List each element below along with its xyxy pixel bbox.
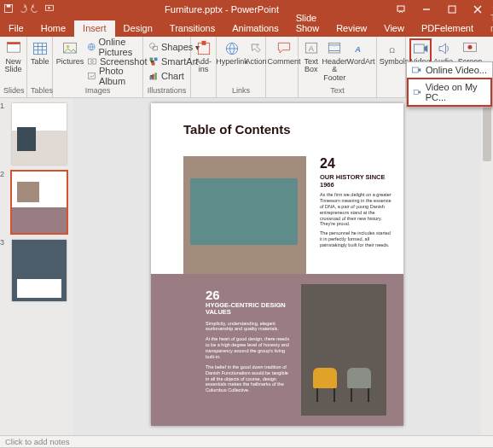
- online-video-item[interactable]: Online Video...: [407, 62, 492, 78]
- table-button[interactable]: Table: [31, 38, 49, 66]
- save-icon[interactable]: [3, 3, 14, 15]
- svg-point-17: [67, 45, 69, 48]
- start-slideshow-icon[interactable]: [44, 3, 55, 15]
- redo-icon[interactable]: [31, 3, 41, 15]
- svg-rect-28: [153, 74, 154, 80]
- svg-rect-1: [7, 5, 11, 8]
- white-body-3: The belief in the good down tradition of…: [206, 364, 293, 393]
- tab-transitions[interactable]: Transitions: [161, 20, 223, 37]
- body-1: As the firm we delight on a greater Time…: [320, 192, 393, 227]
- thumbnail-1[interactable]: 1: [5, 103, 68, 165]
- tab-view[interactable]: View: [375, 20, 413, 37]
- ribbon-tabs: File Home Insert Design Transitions Anim…: [0, 19, 493, 37]
- svg-text:Ω: Ω: [389, 46, 395, 55]
- svg-rect-5: [449, 6, 455, 13]
- notes-pane[interactable]: Click to add notes: [0, 435, 493, 447]
- hygge-heading: HYGGE-CENTRIC DESIGN VALUES: [206, 302, 293, 317]
- svg-point-42: [468, 45, 473, 49]
- addins-button[interactable]: Add-ins: [194, 38, 212, 74]
- page-24: 24: [320, 156, 393, 172]
- svg-rect-10: [7, 43, 20, 45]
- tab-pdfelement[interactable]: PDFelement: [413, 20, 482, 37]
- header-footer-button[interactable]: Header & Footer: [322, 38, 347, 82]
- tab-home[interactable]: Home: [32, 20, 74, 37]
- video-on-my-pc-item[interactable]: Video on My PC...: [407, 78, 492, 107]
- thumbnail-3[interactable]: 3: [5, 240, 68, 301]
- ribbon-options-icon[interactable]: [389, 2, 413, 17]
- tab-animations[interactable]: Animations: [223, 20, 287, 37]
- slide-canvas[interactable]: Table of Contents 24 OUR HISTORY SINCE 1…: [151, 103, 403, 426]
- title-bar: Furniture.pptx - PowerPoint: [0, 0, 493, 19]
- tab-design[interactable]: Design: [115, 20, 161, 37]
- hyperlink-button[interactable]: Hyperlink: [220, 38, 244, 66]
- slide-title[interactable]: Table of Contents: [183, 122, 291, 137]
- workspace: 1 2 3 Table of Contents 24 OUR HISTORY S…: [0, 98, 493, 435]
- undo-icon[interactable]: [17, 3, 27, 15]
- svg-rect-29: [155, 73, 157, 79]
- tab-review[interactable]: Review: [328, 20, 375, 37]
- chairs-image[interactable]: [301, 284, 386, 416]
- action-button[interactable]: Action: [246, 38, 266, 66]
- symbols-button[interactable]: ΩSymbols: [380, 38, 408, 66]
- page-26: 26: [206, 288, 293, 302]
- svg-point-20: [91, 61, 94, 63]
- svg-rect-44: [414, 90, 418, 95]
- svg-rect-11: [33, 43, 46, 54]
- svg-rect-27: [150, 76, 152, 80]
- minimize-icon[interactable]: [415, 2, 438, 17]
- vertical-scrollbar[interactable]: [481, 98, 493, 435]
- svg-rect-40: [415, 44, 425, 53]
- history-heading: OUR HISTORY SINCE 1966: [320, 173, 393, 189]
- white-body-1: Simplicity, understanding, elegant workm…: [206, 321, 293, 333]
- slide-editor[interactable]: Table of Contents 24 OUR HISTORY SINCE 1…: [73, 98, 481, 435]
- wordart-button[interactable]: AWordArt: [349, 38, 373, 66]
- svg-rect-31: [201, 41, 206, 45]
- pictures-button[interactable]: Pictures: [56, 38, 84, 66]
- tell-me[interactable]: ♀ Tell me...: [482, 0, 493, 37]
- svg-rect-3: [397, 6, 404, 11]
- maximize-icon[interactable]: [440, 2, 464, 17]
- thumbnail-2[interactable]: 2: [5, 172, 68, 233]
- sofa-image[interactable]: [183, 156, 306, 274]
- svg-text:A: A: [354, 45, 361, 54]
- window-title: Furniture.pptx - PowerPoint: [55, 4, 389, 15]
- new-slide-button[interactable]: New Slide: [3, 38, 23, 74]
- svg-rect-19: [89, 59, 96, 64]
- tab-insert[interactable]: Insert: [74, 20, 115, 37]
- svg-text:A: A: [308, 44, 314, 53]
- textbox-button[interactable]: AText Box: [302, 38, 320, 74]
- svg-rect-26: [152, 62, 155, 66]
- body-2: The personnel he includes started it in …: [320, 230, 393, 248]
- svg-rect-25: [154, 58, 158, 61]
- white-body-2: At the heart of good design, there needs…: [206, 336, 293, 360]
- comment-button[interactable]: Comment: [270, 38, 299, 66]
- thumbnail-pane[interactable]: 1 2 3: [0, 98, 73, 435]
- tab-slideshow[interactable]: Slide Show: [287, 10, 328, 37]
- svg-rect-35: [329, 43, 340, 53]
- svg-rect-21: [88, 73, 95, 79]
- svg-rect-43: [413, 67, 419, 73]
- svg-point-22: [150, 44, 155, 49]
- tab-file[interactable]: File: [0, 20, 32, 37]
- video-dropdown: Online Video... Video on My PC...: [406, 61, 493, 108]
- svg-rect-24: [150, 58, 154, 61]
